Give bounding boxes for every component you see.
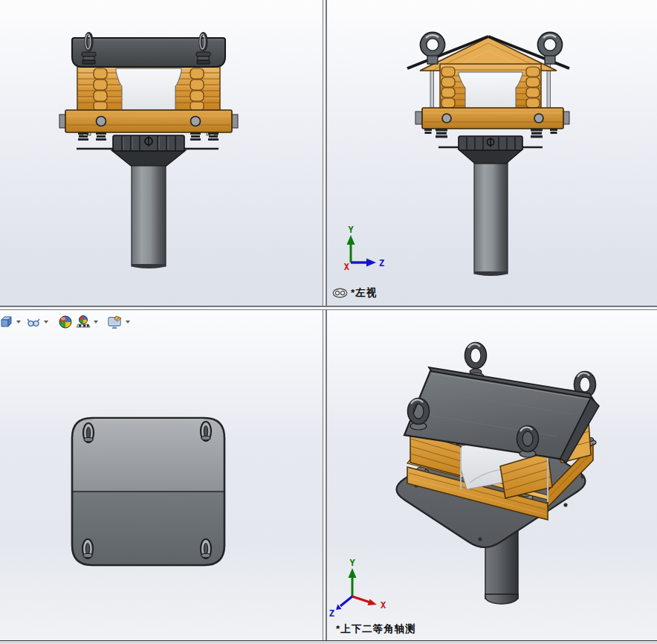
view-settings-dropdown-icon[interactable] bbox=[126, 321, 130, 323]
axis-z-label: Z bbox=[379, 258, 384, 268]
edit-appearance-button[interactable] bbox=[56, 313, 74, 331]
axis-y-label: Y bbox=[348, 225, 354, 235]
front-view-drawing bbox=[0, 0, 323, 306]
feeder-opening bbox=[459, 72, 522, 109]
axis-z-label: Z bbox=[329, 608, 334, 619]
viewport-isometric[interactable]: Y X Z bbox=[327, 310, 657, 640]
apply-scene-dropdown-icon[interactable] bbox=[94, 321, 98, 323]
view-orientation-dropdown-icon[interactable] bbox=[16, 321, 21, 323]
appearance-ball-icon bbox=[58, 315, 73, 329]
log-walls[interactable] bbox=[440, 64, 541, 109]
axis-x-label: X bbox=[344, 262, 350, 272]
hide-show-items-button[interactable] bbox=[25, 313, 42, 331]
orientation-triad: Y X Z bbox=[329, 558, 386, 619]
viewport-top[interactable] bbox=[0, 310, 323, 640]
glasses-icon bbox=[26, 315, 41, 329]
left-view-label-text: *左视 bbox=[351, 286, 377, 300]
pole[interactable] bbox=[111, 150, 186, 268]
base-plank[interactable] bbox=[59, 110, 238, 132]
heads-up-view-toolbar bbox=[0, 310, 137, 333]
isometric-view-label: *上下二等角轴测 bbox=[336, 622, 416, 636]
viewport-left[interactable]: Y Z X bbox=[327, 0, 657, 306]
pole[interactable] bbox=[459, 149, 522, 276]
orientation-triad: Y Z X bbox=[344, 225, 384, 272]
top-view-drawing bbox=[0, 310, 323, 640]
solidworks-four-viewport-area: Y Z X bbox=[0, 0, 657, 644]
left-view-label: *左视 bbox=[332, 286, 377, 300]
cube-icon bbox=[0, 315, 13, 329]
pole-cap[interactable] bbox=[113, 135, 184, 151]
link-icon bbox=[332, 288, 348, 298]
scene-ball-icon bbox=[76, 315, 91, 329]
base-plank[interactable] bbox=[415, 108, 569, 129]
isometric-view-drawing: Y X Z bbox=[327, 310, 657, 640]
hide-show-items-dropdown-icon[interactable] bbox=[44, 321, 48, 323]
monitor-hand-icon bbox=[107, 315, 123, 329]
feeder-opening bbox=[116, 68, 181, 110]
axis-x-label: X bbox=[381, 600, 386, 611]
axis-y-label: Y bbox=[349, 558, 355, 568]
isometric-view-label-text: *上下二等角轴测 bbox=[336, 622, 416, 636]
apply-scene-button[interactable] bbox=[74, 313, 92, 331]
viewport-splitter-vertical[interactable] bbox=[323, 0, 327, 640]
view-orientation-button[interactable] bbox=[0, 313, 15, 331]
viewport-front[interactable] bbox=[0, 0, 323, 306]
left-view-drawing: Y Z X bbox=[327, 0, 657, 306]
window-bottom-edge bbox=[0, 640, 657, 644]
view-settings-button[interactable] bbox=[106, 313, 124, 331]
log-walls[interactable] bbox=[77, 67, 220, 111]
pole-cap[interactable] bbox=[459, 136, 522, 150]
